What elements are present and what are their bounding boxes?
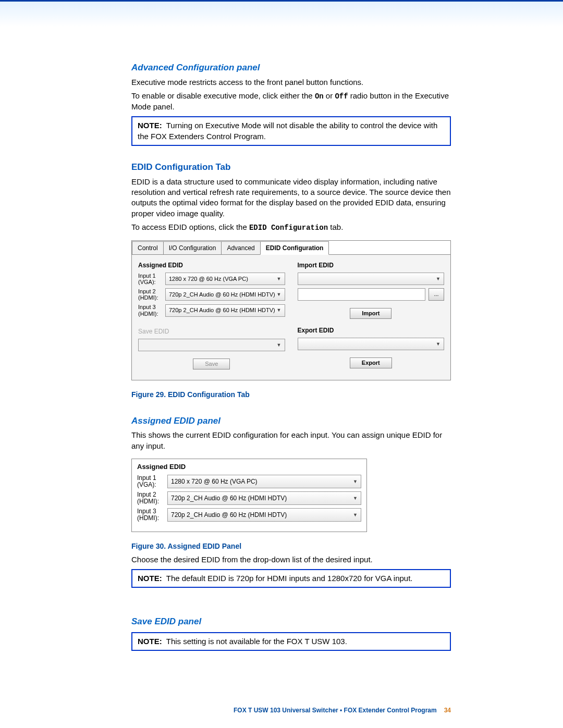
chevron-down-icon: ▼: [277, 276, 282, 282]
input3-label: Input 3 (HDMI):: [138, 304, 165, 316]
chevron-down-icon: ▼: [353, 478, 358, 485]
chevron-down-icon: ▼: [436, 276, 440, 282]
tab-edid-config[interactable]: EDID Configuration: [260, 241, 329, 255]
p2-input1-select[interactable]: 1280 x 720 @ 60 Hz (VGA PC)▼: [167, 475, 361, 488]
export-edid-title: Export EDID: [298, 326, 445, 335]
p2-input2-label: Input 2 (HDMI):: [137, 491, 167, 505]
tab-io-config[interactable]: I/O Configuration: [163, 241, 222, 254]
note-exec-mode: NOTE: Turning on Executive Mode will not…: [131, 116, 451, 146]
para-advanced-1: Executive mode restricts access to the f…: [131, 77, 451, 88]
para-assigned-1: This shows the current EDID configuratio…: [131, 430, 451, 451]
input2-label: Input 2 (HDMI):: [138, 288, 165, 301]
top-accent: [0, 0, 563, 27]
import-edid-title: Import EDID: [298, 261, 445, 269]
import-select[interactable]: ▼: [298, 273, 445, 285]
note-save-na: NOTE: This setting is not available for …: [131, 632, 451, 651]
heading-advanced: Advanced Configuration panel: [131, 62, 451, 74]
input2-select[interactable]: 720p 2_CH Audio @ 60 Hz (HDMI HDTV)▼: [165, 288, 285, 301]
input1-select[interactable]: 1280 x 720 @ 60 Hz (VGA PC)▼: [165, 273, 285, 285]
export-button[interactable]: Export: [350, 357, 392, 368]
p2-input2-select[interactable]: 720p 2_CH Audio @ 60 Hz (HDMI HDTV)▼: [167, 491, 361, 505]
input3-select[interactable]: 720p 2_CH Audio @ 60 Hz (HDMI HDTV)▼: [165, 304, 285, 317]
page-footer: FOX T USW 103 Universal Switcher • FOX E…: [234, 706, 451, 714]
chevron-down-icon: ▼: [277, 291, 282, 298]
tab-control[interactable]: Control: [132, 241, 164, 254]
save-edid-select: ▼: [138, 339, 285, 351]
save-edid-title: Save EDID: [138, 327, 285, 336]
import-path[interactable]: [298, 288, 426, 301]
p2-input3-label: Input 3 (HDMI):: [137, 508, 167, 522]
heading-edid-tab: EDID Configuration Tab: [131, 162, 451, 174]
figure-30-caption: Figure 30. Assigned EDID Panel: [131, 541, 451, 551]
heading-save: Save EDID panel: [131, 616, 451, 628]
panel2-title: Assigned EDID: [137, 462, 361, 472]
input1-label: Input 1 (VGA):: [138, 273, 165, 285]
chevron-down-icon: ▼: [353, 495, 358, 501]
note-default-edid: NOTE: The default EDID is 720p for HDMI …: [131, 569, 451, 588]
export-select[interactable]: ▼: [298, 338, 445, 350]
browse-button[interactable]: ...: [429, 288, 444, 301]
assigned-edid-screenshot: Assigned EDID Input 1 (VGA): 1280 x 720 …: [131, 459, 367, 532]
para-edid-1: EDID is a data structure used to communi…: [131, 177, 451, 219]
para-advanced-2: To enable or disable executive mode, cli…: [131, 91, 451, 112]
figure-29-caption: Figure 29. EDID Configuration Tab: [131, 390, 451, 400]
chevron-down-icon: ▼: [277, 307, 282, 313]
chevron-down-icon: ▼: [353, 512, 358, 518]
chevron-down-icon: ▼: [436, 341, 440, 347]
heading-assigned: Assigned EDID panel: [131, 415, 451, 427]
para-edid-2: To access EDID options, click the EDID C…: [131, 222, 451, 233]
para-assigned-2: Choose the desired EDID from the drop-do…: [131, 554, 451, 565]
save-button[interactable]: Save: [193, 359, 230, 369]
assigned-edid-title: Assigned EDID: [138, 261, 285, 269]
p2-input1-label: Input 1 (VGA):: [137, 475, 167, 488]
import-button[interactable]: Import: [350, 308, 391, 319]
tab-advanced[interactable]: Advanced: [221, 241, 260, 254]
edid-config-screenshot: Control I/O Configuration Advanced EDID …: [131, 240, 451, 380]
p2-input3-select[interactable]: 720p 2_CH Audio @ 60 Hz (HDMI HDTV)▼: [167, 508, 361, 522]
